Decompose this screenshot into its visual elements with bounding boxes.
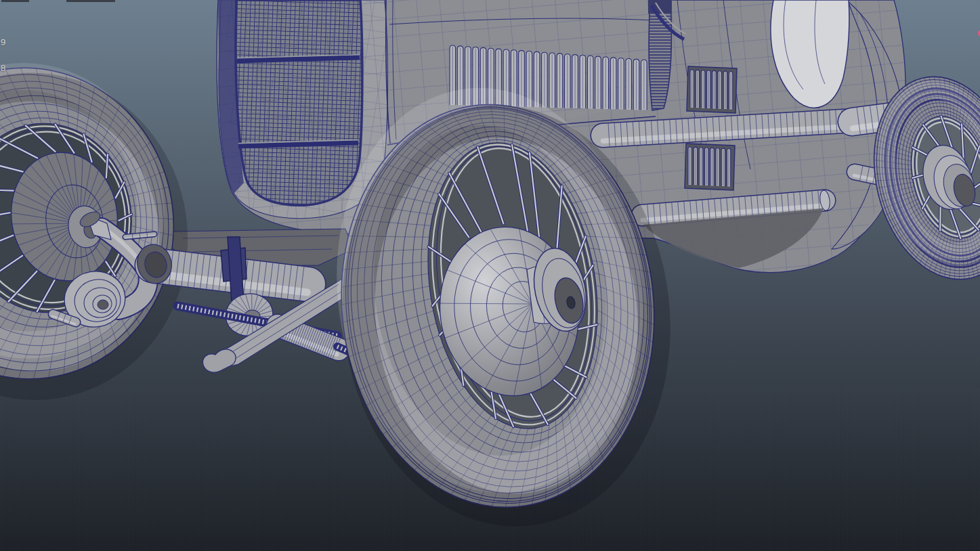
- hud-count-2: 8: [1, 64, 5, 72]
- viewport-canvas[interactable]: [0, 0, 980, 551]
- side-vent-upper: [687, 66, 737, 113]
- tie-rod[interactable]: [125, 233, 154, 238]
- hud-count-1: 9: [1, 38, 5, 47]
- viewport[interactable]: 9 8: [0, 0, 980, 551]
- side-vent-lower: [685, 144, 735, 190]
- toolbar-remnant-left: [1, 0, 29, 2]
- toolbar-remnant-right: [66, 0, 115, 2]
